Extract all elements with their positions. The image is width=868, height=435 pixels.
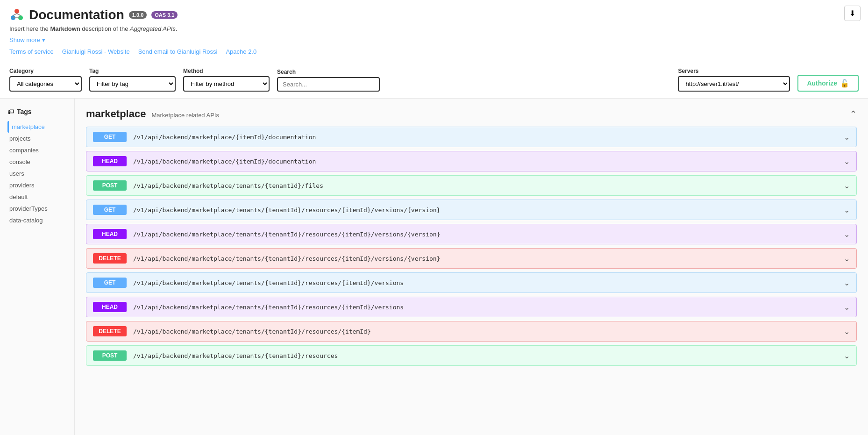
tag-section-header: marketplace Marketplace related APIs ⌃ — [86, 108, 857, 120]
lock-icon: 🔓 — [840, 79, 849, 88]
api-path-9: /v1/api/backend/marketplace/tenants/{ten… — [133, 352, 839, 359]
row-chevron-2: ⌄ — [844, 181, 850, 190]
description: Insert here the Markdown description of … — [9, 25, 859, 32]
svg-line-3 — [13, 14, 17, 15]
row-chevron-3: ⌄ — [844, 206, 850, 214]
logo-icon — [9, 7, 24, 22]
category-select[interactable]: All categories — [9, 76, 82, 92]
sidebar-item-companies[interactable]: companies — [7, 144, 67, 156]
api-path-4: /v1/api/backend/marketplace/tenants/{ten… — [133, 231, 839, 238]
filter-bar: Category All categories Tag Filter by ta… — [0, 61, 868, 99]
row-chevron-4: ⌄ — [844, 230, 850, 239]
sidebar-item-projects[interactable]: projects — [7, 133, 67, 144]
servers-group: Servers http://server1.it/test/ — [678, 68, 790, 92]
app-title: Documentation — [29, 7, 124, 22]
method-badge-5: DELETE — [93, 253, 127, 264]
category-filter-group: Category All categories — [9, 68, 82, 92]
tag-desc: Marketplace related APIs — [151, 112, 219, 119]
method-badge-2: POST — [93, 180, 127, 191]
method-badge-7: HEAD — [93, 302, 127, 312]
show-more-button[interactable]: Show more ▾ — [9, 36, 45, 43]
oas-badge: OAS 3.1 — [151, 11, 178, 19]
method-badge-8: DELETE — [93, 326, 127, 336]
api-path-3: /v1/api/backend/marketplace/tenants/{ten… — [133, 207, 839, 214]
sidebar-title: 🏷 Tags — [7, 108, 67, 115]
method-badge-6: GET — [93, 278, 127, 288]
method-label: Method — [183, 68, 270, 74]
terms-link[interactable]: Terms of service — [9, 48, 54, 55]
search-label: Search — [277, 69, 380, 75]
api-path-1: /v1/api/backend/marketplace/{itemId}/doc… — [133, 158, 839, 165]
email-link[interactable]: Send email to Gianluigi Rossi — [138, 48, 218, 55]
api-path-6: /v1/api/backend/marketplace/tenants/{ten… — [133, 279, 839, 286]
tag-label: Tag — [89, 68, 176, 74]
api-row-9[interactable]: POST/v1/api/backend/marketplace/tenants/… — [86, 345, 857, 366]
method-badge-9: POST — [93, 350, 127, 361]
svg-line-4 — [17, 14, 21, 15]
tag-icon: 🏷 — [7, 108, 14, 115]
links-row: Terms of service Gianluigi Rossi - Websi… — [9, 48, 859, 55]
method-badge-0: GET — [93, 132, 127, 142]
sidebar-item-marketplace[interactable]: marketplace — [7, 121, 67, 133]
row-chevron-1: ⌄ — [844, 157, 850, 166]
api-path-7: /v1/api/backend/marketplace/tenants/{ten… — [133, 304, 839, 311]
website-link[interactable]: Gianluigi Rossi - Website — [62, 48, 130, 55]
api-path-0: /v1/api/backend/marketplace/{itemId}/doc… — [133, 134, 839, 141]
method-badge-1: HEAD — [93, 156, 127, 166]
top-header: Documentation 1.0.0 OAS 3.1 Insert here … — [0, 0, 868, 61]
row-chevron-6: ⌄ — [844, 278, 850, 287]
sidebar: 🏷 Tags marketplace projects companies co… — [0, 99, 75, 435]
row-chevron-0: ⌄ — [844, 133, 850, 142]
method-badge-4: HEAD — [93, 229, 127, 239]
api-row-6[interactable]: GET/v1/api/backend/marketplace/tenants/{… — [86, 272, 857, 293]
api-path-2: /v1/api/backend/marketplace/tenants/{ten… — [133, 182, 839, 189]
category-label: Category — [9, 68, 82, 74]
row-chevron-8: ⌄ — [844, 327, 850, 336]
api-row-5[interactable]: DELETE/v1/api/backend/marketplace/tenant… — [86, 248, 857, 269]
sidebar-item-providertypes[interactable]: providerTypes — [7, 203, 67, 214]
search-filter-group: Search — [277, 69, 380, 92]
license-link[interactable]: Apache 2.0 — [226, 48, 256, 55]
authorize-button[interactable]: Authorize 🔓 — [797, 75, 859, 92]
api-row-2[interactable]: POST/v1/api/backend/marketplace/tenants/… — [86, 175, 857, 196]
method-badge-3: GET — [93, 205, 127, 215]
row-chevron-9: ⌄ — [844, 351, 850, 360]
row-chevron-5: ⌄ — [844, 254, 850, 263]
api-row-8[interactable]: DELETE/v1/api/backend/marketplace/tenant… — [86, 321, 857, 342]
sidebar-item-users[interactable]: users — [7, 168, 67, 179]
tag-header-left: marketplace Marketplace related APIs — [86, 108, 219, 120]
api-list: GET/v1/api/backend/marketplace/{itemId}/… — [86, 127, 857, 366]
servers-label: Servers — [678, 68, 790, 74]
authorize-label: Authorize — [807, 79, 837, 87]
method-select[interactable]: Filter by method — [183, 76, 270, 92]
api-row-7[interactable]: HEAD/v1/api/backend/marketplace/tenants/… — [86, 297, 857, 317]
title-row: Documentation 1.0.0 OAS 3.1 — [9, 7, 859, 22]
tag-select[interactable]: Filter by tag — [89, 76, 176, 92]
search-input[interactable] — [277, 77, 380, 92]
api-row-1[interactable]: HEAD/v1/api/backend/marketplace/{itemId}… — [86, 151, 857, 171]
svg-point-0 — [14, 9, 19, 14]
api-row-4[interactable]: HEAD/v1/api/backend/marketplace/tenants/… — [86, 224, 857, 244]
collapse-section-button[interactable]: ⌃ — [850, 109, 857, 119]
api-row-0[interactable]: GET/v1/api/backend/marketplace/{itemId}/… — [86, 127, 857, 147]
api-path-5: /v1/api/backend/marketplace/tenants/{ten… — [133, 255, 839, 262]
sidebar-item-default[interactable]: default — [7, 191, 67, 203]
main-layout: 🏷 Tags marketplace projects companies co… — [0, 99, 868, 435]
row-chevron-7: ⌄ — [844, 303, 850, 312]
main-content: marketplace Marketplace related APIs ⌃ G… — [75, 99, 868, 435]
tag-name: marketplace — [86, 108, 146, 120]
download-button[interactable]: ⬇ — [844, 6, 861, 21]
servers-select[interactable]: http://server1.it/test/ — [678, 76, 790, 92]
api-row-3[interactable]: GET/v1/api/backend/marketplace/tenants/{… — [86, 200, 857, 220]
sidebar-item-providers[interactable]: providers — [7, 179, 67, 191]
version-badge: 1.0.0 — [129, 11, 147, 19]
tag-filter-group: Tag Filter by tag — [89, 68, 176, 92]
sidebar-item-data-catalog[interactable]: data-catalog — [7, 214, 67, 226]
api-path-8: /v1/api/backend/marketplace/tenants/{ten… — [133, 328, 839, 335]
sidebar-item-console[interactable]: console — [7, 156, 67, 168]
method-filter-group: Method Filter by method — [183, 68, 270, 92]
